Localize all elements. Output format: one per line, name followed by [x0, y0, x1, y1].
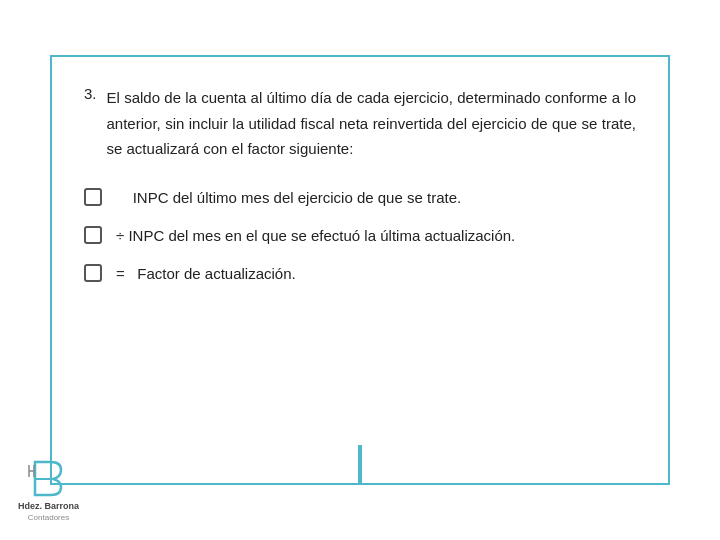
- logo-area: Hdez. Barrona Contadores: [18, 457, 79, 522]
- bullet-checkbox-2: [84, 226, 102, 244]
- bullet-text-3: = Factor de actualización.: [116, 262, 636, 286]
- logo-icon: [25, 457, 73, 499]
- bullet-text-1: INPC del último mes del ejercicio de que…: [116, 186, 636, 210]
- logo-name: Hdez. Barrona: [18, 501, 79, 513]
- page-container: 3. El saldo de la cuenta al último día d…: [0, 0, 720, 540]
- logo-subtitle: Contadores: [28, 513, 69, 522]
- section-3: 3. El saldo de la cuenta al último día d…: [84, 85, 636, 162]
- bullet-checkbox-3: [84, 264, 102, 282]
- bullet-list: INPC del último mes del ejercicio de que…: [84, 186, 636, 286]
- bullet-checkbox-1: [84, 188, 102, 206]
- section-num-label: 3.: [84, 85, 97, 162]
- list-item: = Factor de actualización.: [84, 262, 636, 286]
- section-body-text: El saldo de la cuenta al último día de c…: [107, 85, 636, 162]
- list-item: INPC del último mes del ejercicio de que…: [84, 186, 636, 210]
- bottom-accent-line: [358, 445, 362, 483]
- bullet-text-2: ÷ INPC del mes en el que se efectuó la ú…: [116, 224, 636, 248]
- section-number: 3. El saldo de la cuenta al último día d…: [84, 85, 636, 162]
- content-box: 3. El saldo de la cuenta al último día d…: [50, 55, 670, 485]
- list-item: ÷ INPC del mes en el que se efectuó la ú…: [84, 224, 636, 248]
